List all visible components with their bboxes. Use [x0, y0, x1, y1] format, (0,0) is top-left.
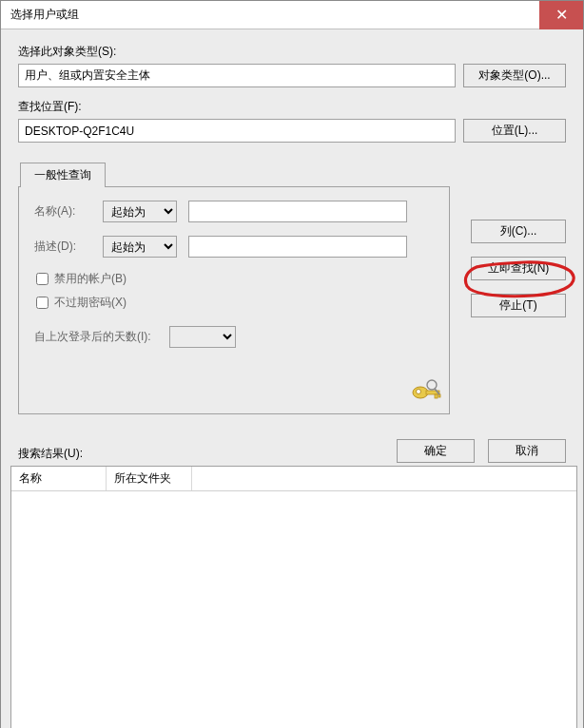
locations-button[interactable]: 位置(L)... — [463, 119, 566, 143]
object-type-input[interactable] — [18, 64, 456, 87]
desc-query-input[interactable] — [188, 236, 407, 258]
results-grid-body — [11, 491, 576, 728]
tab-general-query[interactable]: 一般性查询 — [20, 163, 106, 187]
name-match-combo[interactable]: 起始为 — [103, 201, 177, 222]
tab-header: 一般性查询 — [18, 162, 566, 186]
desc-match-combo[interactable]: 起始为 — [103, 236, 177, 258]
password-never-expires-checkbox[interactable] — [36, 297, 49, 309]
object-type-group: 选择此对象类型(S): 对象类型(O)... — [18, 44, 566, 87]
password-never-expires-row: 不过期密码(X) — [34, 295, 434, 311]
desc-label: 描述(D): — [34, 239, 91, 255]
object-type-label: 选择此对象类型(S): — [18, 44, 566, 60]
svg-rect-3 — [435, 394, 438, 398]
dialog-content: 选择此对象类型(S): 对象类型(O)... 查找位置(F): 位置(L)...… — [1, 29, 583, 728]
svg-point-1 — [417, 390, 421, 394]
general-query-panel: 名称(A): 起始为 描述(D): 起始为 禁用的帐户(B) — [18, 186, 450, 414]
close-button[interactable]: ✕ — [539, 1, 583, 29]
svg-point-5 — [427, 380, 437, 390]
days-since-logon-label: 自上次登录后的天数(I): — [34, 329, 158, 345]
days-since-logon-combo[interactable] — [169, 326, 236, 348]
desc-query-row: 描述(D): 起始为 — [34, 236, 434, 258]
days-since-logon-row: 自上次登录后的天数(I): — [34, 326, 434, 348]
location-group: 查找位置(F): 位置(L)... — [18, 99, 566, 143]
results-grid-header: 名称 所在文件夹 — [11, 467, 576, 491]
results-label: 搜索结果(U): — [18, 446, 566, 462]
name-label: 名称(A): — [34, 203, 91, 220]
window-title: 选择用户或组 — [1, 7, 539, 23]
dialog-window: 选择用户或组 ✕ 选择此对象类型(S): 对象类型(O)... 查找位置(F):… — [0, 0, 584, 728]
location-input[interactable] — [18, 119, 456, 143]
name-query-row: 名称(A): 起始为 — [34, 201, 434, 222]
password-never-expires-label: 不过期密码(X) — [54, 295, 127, 311]
side-button-column: 列(C)... 立即查找(N) 停止(T) — [471, 220, 566, 317]
columns-button[interactable]: 列(C)... — [471, 220, 566, 243]
results-col-name[interactable]: 名称 — [11, 467, 107, 490]
results-col-folder[interactable]: 所在文件夹 — [107, 467, 192, 490]
disabled-account-label: 禁用的帐户(B) — [54, 271, 127, 287]
titlebar: 选择用户或组 ✕ — [1, 1, 583, 29]
location-label: 查找位置(F): — [18, 99, 566, 115]
stop-button[interactable]: 停止(T) — [471, 294, 566, 317]
find-now-button[interactable]: 立即查找(N) — [471, 257, 566, 280]
name-query-input[interactable] — [188, 201, 407, 222]
key-finder-icon — [409, 377, 443, 404]
results-grid[interactable]: 名称 所在文件夹 — [10, 466, 577, 728]
disabled-account-row: 禁用的帐户(B) — [34, 271, 434, 287]
object-types-button[interactable]: 对象类型(O)... — [463, 64, 566, 87]
close-icon: ✕ — [555, 6, 568, 24]
disabled-account-checkbox[interactable] — [36, 273, 49, 285]
